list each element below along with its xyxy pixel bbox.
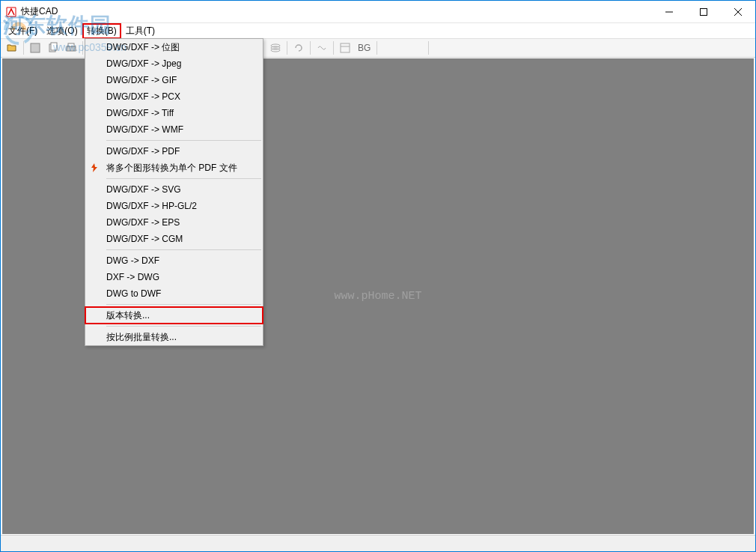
svg-rect-8 [68, 43, 74, 46]
dropdown-separator [106, 178, 261, 179]
dropdown-item-label: 将多个图形转换为单个 PDF 文件 [106, 162, 237, 175]
toolbar-separator [23, 41, 24, 55]
svg-rect-1 [701, 8, 707, 15]
window-controls [652, 1, 755, 23]
app-title: 快捷CAD [21, 5, 652, 18]
toolbar-separator [82, 41, 83, 55]
toolbar-separator [428, 41, 429, 55]
app-icon [5, 6, 17, 18]
dropdown-separator [106, 304, 261, 305]
dropdown-item-dwg-dxf[interactable]: DWG -> DXF [85, 252, 263, 269]
dropdown-separator [106, 326, 261, 327]
dropdown-item-dwg-dwf[interactable]: DWG to DWF [85, 285, 263, 302]
minimize-button[interactable] [652, 1, 686, 23]
dropdown-item-eps[interactable]: DWG/DXF -> EPS [85, 214, 263, 231]
maximize-button[interactable] [686, 1, 721, 23]
menu-file[interactable]: 文件(F) [4, 23, 42, 39]
layer-icon[interactable] [267, 40, 284, 56]
statusbar [1, 535, 755, 551]
save-icon[interactable] [27, 40, 43, 56]
copy-icon[interactable] [45, 40, 61, 56]
dropdown-item-dxf-dwg[interactable]: DXF -> DWG [85, 269, 263, 285]
dropdown-item-version-convert[interactable]: 版本转换... [85, 307, 263, 324]
toolbar-separator [377, 41, 377, 55]
dropdown-item-tiff[interactable]: DWG/DXF -> Tiff [85, 105, 263, 121]
toolbar-separator [310, 41, 311, 55]
dropdown-item-wmf[interactable]: DWG/DXF -> WMF [85, 121, 263, 138]
open-icon[interactable] [4, 40, 20, 56]
pdf-icon [88, 162, 100, 174]
menu-tools[interactable]: 工具(T) [121, 23, 159, 39]
svg-rect-7 [67, 46, 76, 51]
svg-rect-4 [31, 43, 40, 52]
convert-dropdown: DWG/DXF -> 位图 DWG/DXF -> Jpeg DWG/DXF ->… [85, 38, 263, 346]
menu-convert[interactable]: 转换(B) [82, 23, 121, 39]
dropdown-separator [106, 140, 261, 141]
dropdown-item-svg[interactable]: DWG/DXF -> SVG [85, 181, 263, 198]
dropdown-item-jpeg[interactable]: DWG/DXF -> Jpeg [85, 55, 263, 72]
close-button[interactable] [721, 1, 755, 23]
titlebar: 快捷CAD [1, 1, 755, 23]
dropdown-item-cgm[interactable]: DWG/DXF -> CGM [85, 231, 263, 247]
dropdown-item-pcx[interactable]: DWG/DXF -> PCX [85, 88, 263, 105]
toolbar-separator [333, 41, 334, 55]
canvas-watermark: www.pHome.NET [334, 290, 421, 303]
bg-label: BG [355, 43, 374, 53]
dropdown-item-hpgl[interactable]: DWG/DXF -> HP-GL/2 [85, 198, 263, 214]
grid-icon[interactable] [314, 40, 330, 56]
svg-rect-12 [341, 43, 350, 52]
layout-icon[interactable] [337, 40, 353, 56]
dropdown-item-bitmap[interactable]: DWG/DXF -> 位图 [85, 39, 263, 55]
dropdown-item-gif[interactable]: DWG/DXF -> GIF [85, 72, 263, 88]
toolbar-separator [287, 41, 287, 55]
dropdown-separator [106, 249, 261, 250]
dropdown-item-batch-convert[interactable]: 按比例批量转换... [85, 329, 263, 345]
dropdown-item-pdf-merge[interactable]: 将多个图形转换为单个 PDF 文件 [85, 160, 263, 176]
menu-options[interactable]: 选项(O) [42, 23, 82, 39]
print-icon[interactable] [63, 40, 79, 56]
refresh-icon[interactable] [290, 40, 307, 56]
svg-rect-6 [51, 43, 57, 50]
menubar: 文件(F) 选项(O) 转换(B) 工具(T) [1, 23, 755, 38]
dropdown-item-pdf[interactable]: DWG/DXF -> PDF [85, 143, 263, 160]
